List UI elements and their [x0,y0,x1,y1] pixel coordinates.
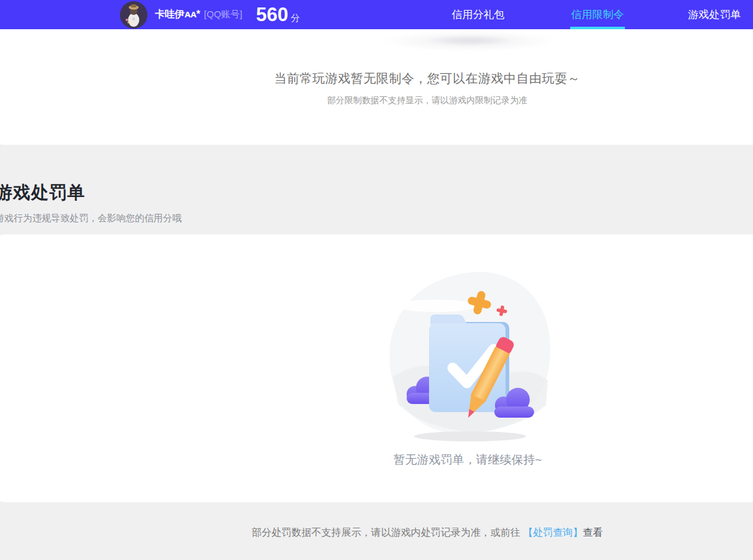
restriction-panel: 当前常玩游戏暂无限制令，您可以在游戏中自由玩耍～ 部分限制数据不支持显示，请以游… [0,29,753,145]
active-tab-underline [570,27,625,29]
restriction-sub-text: 部分限制数据不支持显示，请以游戏内限制记录为准 [0,95,753,106]
folder-check-icon [379,267,560,444]
account-type-label: [QQ账号] [204,9,243,21]
tab-credit-restriction[interactable]: 信用限制令 [571,0,624,29]
penalty-title: 游戏处罚单 [0,181,182,204]
restriction-main-text: 当前常玩游戏暂无限制令，您可以在游戏中自由玩耍～ [0,70,753,87]
avatar-icon [120,1,147,29]
illustration-shadow [426,35,513,46]
score-value: 560 [256,5,289,24]
footer-text-after: 查看 [583,527,603,538]
empty-state-illustration [379,267,560,444]
penalty-query-link[interactable]: 【处罚查询】 [523,527,583,538]
top-bar: 卡哇伊ᴀᴀ* [QQ账号] 560 分 信用分礼包 信用限制令 游戏处罚单 [0,0,753,29]
tab-game-penalty[interactable]: 游戏处罚单 [688,0,741,29]
page: 卡哇伊ᴀᴀ* [QQ账号] 560 分 信用分礼包 信用限制令 游戏处罚单 当前… [0,0,753,560]
score-unit: 分 [290,12,300,24]
footer-text-before: 部分处罚数据不支持展示，请以游戏内处罚记录为准，或前往 [252,527,523,538]
white-wisp [395,300,478,312]
avatar[interactable] [120,1,147,29]
ground-shadow [414,431,526,441]
penalty-empty-card: 暂无游戏罚单，请继续保持~ [0,234,753,502]
username: 卡哇伊ᴀᴀ* [155,8,200,21]
user-block: 卡哇伊ᴀᴀ* [QQ账号] 560 分 [120,0,300,29]
penalty-subtitle: 游戏行为违规导致处罚，会影响您的信用分哦 [0,213,182,224]
empty-state-text: 暂无游戏罚单，请继续保持~ [0,452,753,468]
penalty-footer-note: 部分处罚数据不支持展示，请以游戏内处罚记录为准，或前往 【处罚查询】查看 [0,526,753,539]
penalty-section-header: 游戏处罚单 游戏行为违规导致处罚，会影响您的信用分哦 [0,181,182,224]
tab-credit-gift[interactable]: 信用分礼包 [452,0,505,29]
credit-score: 560 分 [256,5,300,24]
